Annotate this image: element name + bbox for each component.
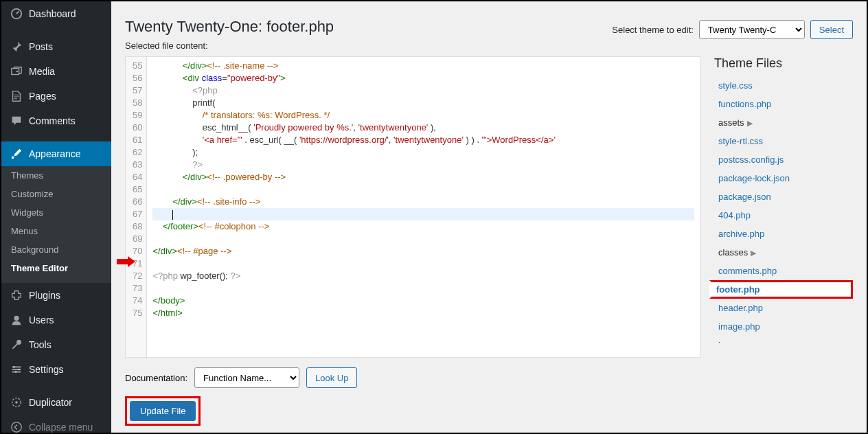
theme-select-area: Select theme to edit: Twenty Twenty-C Se…	[612, 12, 853, 39]
file-item-footer-php[interactable]: footer.php	[709, 280, 853, 299]
sidebar-item-collapse[interactable]: Collapse menu	[1, 415, 111, 434]
svg-point-9	[18, 369, 20, 371]
sidebar-item-posts[interactable]: Posts	[1, 34, 111, 59]
sidebar-label: Users	[29, 315, 54, 326]
sidebar-sub-customize[interactable]: Customize	[1, 185, 111, 203]
update-file-highlight: Update File	[125, 396, 201, 426]
theme-select-dropdown[interactable]: Twenty Twenty-C	[699, 20, 805, 39]
svg-point-4	[14, 316, 19, 321]
collapse-icon	[10, 420, 23, 434]
theme-select-label: Select theme to edit:	[612, 25, 694, 35]
comment-icon	[10, 114, 23, 128]
file-item-package-json[interactable]: package.json	[709, 187, 853, 206]
sidebar-item-dashboard[interactable]: Dashboard	[1, 1, 111, 26]
sidebar-item-media[interactable]: Media	[1, 59, 111, 84]
user-icon	[10, 313, 23, 327]
gear-icon	[10, 363, 23, 376]
documentation-select[interactable]: Function Name...	[194, 367, 299, 388]
file-item-comments-php[interactable]: comments.php	[709, 262, 853, 280]
theme-files-title: Theme Files	[709, 56, 853, 76]
file-item-postcss-config-js[interactable]: postcss.config.js	[709, 150, 853, 169]
pin-icon	[10, 40, 23, 54]
theme-files-list[interactable]: style.cssfunctions.phpassets▶style-rtl.c…	[709, 76, 853, 343]
file-item-header-php[interactable]: header.php	[709, 299, 853, 317]
file-item-package-lock-json[interactable]: package-lock.json	[709, 169, 853, 187]
file-item-archive-php[interactable]: archive.php	[709, 225, 853, 243]
sidebar-item-appearance[interactable]: Appearance	[1, 141, 111, 166]
sidebar-label: Collapse menu	[29, 422, 93, 433]
dashboard-icon	[10, 7, 23, 21]
sidebar-label: Tools	[29, 339, 52, 350]
lookup-button[interactable]: Look Up	[306, 367, 357, 388]
svg-point-12	[15, 401, 18, 404]
sidebar-label: Dashboard	[29, 8, 76, 19]
sidebar-item-tools[interactable]: Tools	[1, 332, 111, 357]
sidebar-sub-themes[interactable]: Themes	[1, 166, 111, 185]
sidebar-item-pages[interactable]: Pages	[1, 84, 111, 108]
main-content: Twenty Twenty-One: footer.php Select the…	[111, 1, 867, 433]
file-item-classes[interactable]: classes▶	[709, 243, 853, 262]
file-item-style-css[interactable]: style.css	[709, 76, 853, 95]
page-icon	[10, 89, 23, 103]
svg-point-2	[16, 71, 19, 73]
sidebar-item-users[interactable]: Users	[1, 308, 111, 332]
code-editor[interactable]: 5556575859606162636465666768697071727374…	[125, 56, 700, 358]
brush-icon	[10, 147, 23, 161]
file-item-assets[interactable]: assets▶	[709, 113, 853, 132]
sidebar-label: Duplicator	[29, 397, 72, 408]
sidebar-label: Settings	[29, 364, 64, 375]
sidebar-label: Posts	[29, 41, 53, 52]
theme-files-panel: Theme Files style.cssfunctions.phpassets…	[709, 56, 853, 358]
svg-point-8	[13, 366, 15, 368]
svg-point-13	[12, 422, 21, 432]
file-item-image-php[interactable]: image.php	[709, 317, 853, 336]
svg-point-10	[15, 371, 17, 373]
file-item-inc[interactable]: inc▶	[709, 336, 853, 343]
sidebar-item-duplicator[interactable]: Duplicator	[1, 390, 111, 415]
sidebar-label: Pages	[29, 91, 56, 102]
annotation-arrow	[115, 255, 136, 268]
sidebar-label: Comments	[29, 115, 76, 126]
sidebar-sub-background[interactable]: Background	[1, 240, 111, 259]
documentation-row: Documentation: Function Name... Look Up	[125, 367, 853, 388]
plugin-icon	[10, 288, 23, 302]
sidebar-sub-theme-editor[interactable]: Theme Editor	[1, 259, 111, 277]
page-title: Twenty Twenty-One: footer.php	[125, 12, 334, 38]
file-item-404-php[interactable]: 404.php	[709, 206, 853, 225]
line-gutter: 5556575859606162636465666768697071727374…	[126, 57, 147, 357]
admin-sidebar: Dashboard Posts Media Pages Comments App…	[1, 1, 111, 433]
wrench-icon	[10, 338, 23, 352]
svg-point-3	[12, 157, 14, 159]
sidebar-item-plugins[interactable]: Plugins	[1, 283, 111, 308]
sidebar-label: Plugins	[29, 290, 60, 301]
select-theme-button[interactable]: Select	[810, 20, 853, 39]
selected-file-label: Selected file content:	[125, 41, 853, 51]
sidebar-item-settings[interactable]: Settings	[1, 357, 111, 382]
update-file-button[interactable]: Update File	[130, 401, 196, 421]
duplicator-icon	[10, 396, 23, 409]
file-item-style-rtl-css[interactable]: style-rtl.css	[709, 132, 853, 150]
sidebar-sub-menus[interactable]: Menus	[1, 222, 111, 240]
documentation-label: Documentation:	[125, 373, 187, 383]
sidebar-label: Media	[29, 66, 55, 77]
sidebar-item-comments[interactable]: Comments	[1, 108, 111, 133]
media-icon	[10, 65, 23, 78]
sidebar-sub-widgets[interactable]: Widgets	[1, 203, 111, 222]
sidebar-label: Appearance	[29, 148, 81, 159]
file-item-functions-php[interactable]: functions.php	[709, 95, 853, 113]
code-lines[interactable]: </div><!-- .site-name --> <div class="po…	[147, 57, 700, 357]
